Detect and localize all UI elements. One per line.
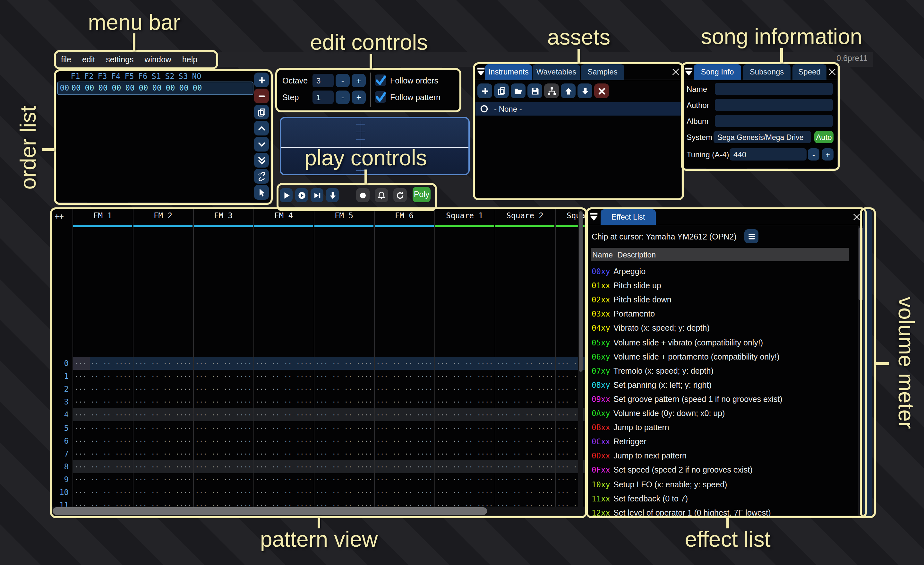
effect-row[interactable]: 0AxyVolume slide (0y: down; x0: up) bbox=[588, 406, 857, 421]
pattern-cell[interactable]: ··· ·· ·· ···· bbox=[436, 435, 494, 448]
menu-item-file[interactable]: file bbox=[61, 55, 71, 64]
effect-row[interactable]: 01xxPitch slide up bbox=[588, 279, 857, 293]
repeat-pattern-button[interactable] bbox=[393, 188, 407, 202]
channel-header-fm-2[interactable]: FM 2 bbox=[133, 211, 193, 220]
order-move-down-button[interactable] bbox=[254, 137, 269, 152]
pattern-cell[interactable]: ··· ·· ·· ···· bbox=[376, 370, 434, 383]
pattern-cell[interactable]: ··· ·· ·· ···· bbox=[74, 486, 132, 499]
assets-tab-samples[interactable]: Samples bbox=[581, 64, 624, 80]
song-tab-speed[interactable]: Speed bbox=[792, 64, 826, 80]
pattern-cell[interactable]: ··· ·· ·· ···· bbox=[376, 460, 434, 473]
menu-item-help[interactable]: help bbox=[182, 55, 197, 64]
pattern-cell[interactable]: ··· ·· ·· ···· bbox=[496, 383, 554, 395]
pattern-cell[interactable]: ··· ·· ·· ···· bbox=[195, 383, 253, 395]
channel-header-square-1[interactable]: Square 1 bbox=[434, 211, 495, 220]
metronome-button[interactable] bbox=[375, 188, 388, 202]
pattern-cell[interactable]: ··· ·· ·· ···· bbox=[496, 486, 554, 499]
order-cell[interactable]: 00 bbox=[123, 83, 136, 95]
name-input[interactable] bbox=[715, 83, 833, 95]
pattern-cell[interactable]: ··· ·· ·· ···· bbox=[436, 408, 494, 421]
octave-minus-button[interactable]: - bbox=[336, 74, 350, 87]
pattern-cell[interactable]: ··· ·· ·· ···· bbox=[316, 357, 374, 370]
collapse-icon[interactable] bbox=[589, 212, 598, 221]
pattern-cell[interactable]: ··· ·· ·· ···· bbox=[74, 435, 132, 448]
pattern-cell[interactable]: ··· ·· ·· ···· bbox=[74, 408, 132, 421]
pattern-cell[interactable]: ··· ·· ·· ···· bbox=[255, 460, 313, 473]
effect-row[interactable]: 0BxxJump to pattern bbox=[588, 421, 857, 435]
effect-row[interactable]: 08xySet panning (x: left; y: right) bbox=[588, 378, 857, 392]
effect-row[interactable]: 00xyArpeggio bbox=[588, 264, 857, 279]
pattern-cell[interactable]: ··· ·· ·· ···· bbox=[195, 357, 253, 370]
assets-delete-button[interactable] bbox=[594, 83, 609, 98]
order-select-button[interactable] bbox=[254, 185, 269, 200]
order-cell[interactable]: 00 bbox=[150, 83, 164, 95]
collapse-icon[interactable] bbox=[684, 67, 694, 77]
effect-row[interactable]: 07xyTremolo (x: speed; y: depth) bbox=[588, 364, 857, 378]
order-cell[interactable]: 00 bbox=[136, 83, 150, 95]
effect-row[interactable]: 0CxxRetrigger bbox=[588, 435, 857, 449]
menu-item-edit[interactable]: edit bbox=[82, 55, 95, 64]
pattern-cell[interactable]: ··· ·· ·· ···· bbox=[195, 473, 253, 486]
song-tab-subsongs[interactable]: Subsongs bbox=[743, 64, 790, 80]
pattern-cell[interactable]: ··· ·· ·· ···· bbox=[195, 435, 253, 448]
close-icon[interactable] bbox=[671, 68, 680, 77]
pattern-cell[interactable]: ··· ·· ·· ···· bbox=[316, 395, 374, 408]
pattern-cell[interactable]: ··· ·· ·· ···· bbox=[74, 357, 132, 370]
assets-duplicate-button[interactable] bbox=[494, 83, 509, 98]
instrument-list-item[interactable]: - None - bbox=[476, 102, 681, 116]
pattern-cell[interactable]: ··· ·· ·· ···· bbox=[255, 357, 313, 370]
pattern-cell[interactable]: ··· ·· ·· ···· bbox=[316, 370, 374, 383]
pattern-cell[interactable]: ··· ·· ·· ···· bbox=[436, 422, 494, 435]
order-list-row[interactable]: 0000000000000000000000 bbox=[57, 81, 254, 95]
effect-row[interactable]: 09xxSet groove pattern (speed 1 if no gr… bbox=[588, 392, 857, 406]
pattern-cell[interactable]: ··· ·· ·· ···· bbox=[135, 395, 192, 408]
pattern-cell[interactable]: ··· ·· ·· ···· bbox=[376, 486, 434, 499]
pattern-cell[interactable]: ··· ·· ·· ···· bbox=[436, 473, 494, 486]
octave-plus-button[interactable]: + bbox=[352, 74, 366, 87]
effect-row[interactable]: 06xyVolume slide + portamento (compatibi… bbox=[588, 350, 857, 364]
pattern-cell[interactable]: ··· ·· ·· ···· bbox=[135, 383, 192, 395]
pattern-cell[interactable]: ··· ·· ·· ···· bbox=[135, 435, 192, 448]
system-input[interactable]: Sega Genesis/Mega Drive bbox=[714, 131, 811, 143]
pattern-cell[interactable]: ··· ·· ·· ···· bbox=[195, 408, 253, 421]
order-cell[interactable]: 00 bbox=[96, 83, 110, 95]
pattern-cell[interactable]: ··· ·· ·· ···· bbox=[376, 422, 434, 435]
pattern-cell[interactable]: ··· ·· ·· ···· bbox=[255, 435, 313, 448]
channel-header-fm-3[interactable]: FM 3 bbox=[193, 211, 254, 220]
pattern-cell[interactable]: ··· ·· ·· ···· bbox=[436, 357, 494, 370]
assets-tree-view-button[interactable] bbox=[544, 83, 559, 98]
channel-header-fm-5[interactable]: FM 5 bbox=[314, 211, 374, 220]
pattern-cell[interactable]: ··· ·· ·· ···· bbox=[316, 460, 374, 473]
play-pattern-button[interactable] bbox=[295, 188, 308, 202]
pattern-cell[interactable]: ··· ·· ·· ···· bbox=[195, 422, 253, 435]
pattern-cell[interactable]: ··· ·· ·· ···· bbox=[376, 383, 434, 395]
order-cell[interactable]: 00 bbox=[69, 83, 83, 95]
assets-move-up-button[interactable] bbox=[561, 83, 576, 98]
order-cell[interactable]: 00 bbox=[164, 83, 177, 95]
pattern-cell[interactable]: ··· ·· ·· ···· bbox=[316, 486, 374, 499]
step-minus-button[interactable]: - bbox=[336, 90, 350, 104]
order-add-button[interactable] bbox=[254, 72, 269, 87]
pattern-cell[interactable]: ··· ·· ·· ···· bbox=[496, 460, 554, 473]
assets-tab-instruments[interactable]: Instruments bbox=[485, 64, 532, 80]
menu-item-window[interactable]: window bbox=[144, 55, 171, 64]
pattern-cell[interactable]: ··· ·· ·· ···· bbox=[316, 408, 374, 421]
assets-move-down-button[interactable] bbox=[578, 83, 592, 98]
assets-save-button[interactable] bbox=[528, 83, 542, 98]
pattern-cell[interactable]: ··· ·· ·· ···· bbox=[135, 486, 192, 499]
pattern-cell[interactable]: ··· ·· ·· ···· bbox=[135, 422, 192, 435]
pattern-cell[interactable]: ··· ·· ·· ···· bbox=[436, 448, 494, 460]
author-input[interactable] bbox=[715, 99, 833, 111]
pattern-cell[interactable]: ··· ·· ·· ···· bbox=[436, 383, 494, 395]
assets-add-button[interactable] bbox=[477, 83, 492, 98]
pattern-cell[interactable]: ··· ·· ·· ···· bbox=[496, 395, 554, 408]
pattern-cell[interactable]: ··· ·· ·· ···· bbox=[255, 422, 313, 435]
order-cell[interactable]: 00 bbox=[110, 83, 123, 95]
tuning-minus-button[interactable]: - bbox=[808, 148, 819, 161]
step-row-button[interactable] bbox=[326, 188, 339, 202]
pattern-cell[interactable]: ··· ·· ·· ···· bbox=[376, 435, 434, 448]
stop-button[interactable] bbox=[356, 188, 370, 202]
pattern-cell[interactable]: ··· ·· ·· ···· bbox=[436, 460, 494, 473]
pattern-cell[interactable]: ··· ·· ·· ···· bbox=[255, 473, 313, 486]
channel-header-fm-6[interactable]: FM 6 bbox=[374, 211, 434, 220]
